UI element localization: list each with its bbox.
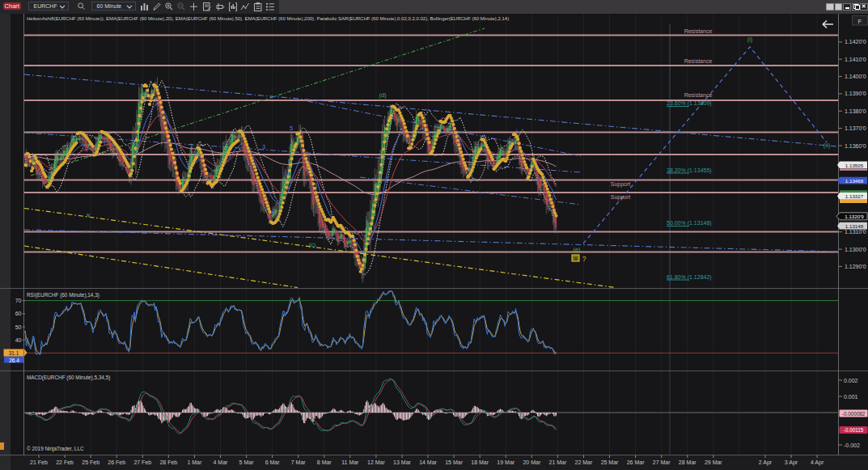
svg-text:28 Mar: 28 Mar [679, 459, 697, 465]
svg-text:?: ? [582, 255, 586, 263]
svg-text:14 Mar: 14 Mar [419, 459, 437, 465]
svg-text:18 Mar: 18 Mar [471, 459, 489, 465]
svg-text:-0.002: -0.002 [844, 442, 860, 448]
svg-text:-0.00115: -0.00115 [844, 427, 864, 433]
svg-text:1.13327: 1.13327 [845, 193, 864, 199]
svg-text:38.20% (1.13455): 38.20% (1.13455) [667, 167, 712, 174]
svg-text:31.1: 31.1 [9, 350, 19, 356]
svg-text:1.1370'0: 1.1370'0 [845, 125, 866, 131]
svg-text:1.1410'0: 1.1410'0 [845, 57, 866, 62]
svg-text:8 Mar: 8 Mar [317, 459, 332, 465]
svg-text:5 Mar: 5 Mar [239, 459, 255, 465]
svg-text:0.002: 0.002 [844, 378, 858, 383]
svg-text:1.1310'0: 1.1310'0 [845, 229, 866, 235]
svg-text:60: 60 [15, 311, 22, 316]
svg-text:Resistance: Resistance [684, 28, 713, 34]
svg-text:21 Feb: 21 Feb [30, 459, 48, 465]
svg-text:1.1320'9: 1.1320'9 [845, 214, 864, 219]
svg-text:0.001: 0.001 [844, 394, 858, 400]
svg-text:22 Mar: 22 Mar [575, 459, 593, 465]
svg-text:26 Feb: 26 Feb [108, 459, 125, 465]
svg-text:70: 70 [15, 298, 22, 303]
svg-text:2 Apr: 2 Apr [759, 459, 773, 466]
svg-text:27 Mar: 27 Mar [653, 459, 671, 465]
svg-text:12 Mar: 12 Mar [367, 459, 385, 465]
svg-text:Resistance: Resistance [684, 58, 713, 64]
svg-text:1.13468: 1.13468 [845, 178, 864, 184]
svg-text:HeikenAshi8(EURCHF (60 Minute): HeikenAshi8(EURCHF (60 Minute)), EMA(EUR… [27, 16, 509, 21]
svg-text:50: 50 [15, 324, 22, 330]
svg-text:1.1390'0: 1.1390'0 [845, 91, 866, 96]
svg-text:(ii): (ii) [824, 142, 831, 149]
svg-text:50.00% (1.13148): 50.00% (1.13148) [667, 220, 712, 227]
svg-text:a: a [574, 256, 578, 261]
svg-text:40: 40 [15, 337, 22, 343]
svg-text:5: 5 [290, 125, 293, 132]
svg-text:2: 2 [272, 207, 275, 214]
svg-text:Support: Support [611, 181, 631, 188]
svg-text:1.1420'0: 1.1420'0 [845, 39, 866, 44]
svg-text:23.60% (1.13809): 23.60% (1.13809) [667, 100, 712, 107]
svg-text:21 Mar: 21 Mar [549, 459, 567, 465]
svg-text:4: 4 [286, 171, 290, 178]
svg-text:v: v [87, 211, 90, 218]
svg-text:19 Mar: 19 Mar [497, 459, 514, 465]
svg-text:28 Feb: 28 Feb [159, 459, 177, 465]
svg-text:1.1380'0: 1.1380'0 [845, 108, 866, 114]
svg-text:7 Mar: 7 Mar [291, 459, 307, 465]
svg-text:1.1400'0: 1.1400'0 [845, 74, 866, 79]
svg-text:1.1360'0: 1.1360'0 [845, 143, 866, 149]
svg-text:13 Mar: 13 Mar [393, 459, 411, 465]
svg-text:1.1300'0: 1.1300'0 [845, 247, 866, 252]
svg-text:(i): (i) [747, 36, 753, 43]
svg-text:1: 1 [254, 163, 257, 170]
svg-text:(d): (d) [379, 91, 387, 99]
svg-text:1.13148: 1.13148 [845, 223, 864, 229]
svg-text:22 Feb: 22 Feb [56, 459, 74, 465]
svg-text:1.1290'0: 1.1290'0 [845, 264, 866, 269]
svg-text:3 Apr: 3 Apr [785, 459, 798, 466]
svg-text:25 Feb: 25 Feb [82, 459, 100, 465]
svg-text:4 Mar: 4 Mar [214, 459, 229, 465]
svg-text:20 Mar: 20 Mar [523, 459, 540, 465]
svg-text:15 Mar: 15 Mar [445, 459, 463, 465]
svg-text:3: 3 [262, 143, 265, 150]
svg-text:-0.000082: -0.000082 [842, 411, 866, 417]
svg-text:F: F [858, 18, 862, 25]
svg-text:(c): (c) [309, 241, 316, 248]
svg-text:27 Feb: 27 Feb [133, 459, 151, 465]
svg-text:MACD(EURCHF (60 Minute),5,34,5: MACD(EURCHF (60 Minute),5,34,5) [27, 375, 110, 381]
svg-text:26 Mar: 26 Mar [627, 459, 645, 465]
svg-text:25 Mar: 25 Mar [601, 459, 619, 465]
svg-text:61.80% (1.12842): 61.80% (1.12842) [667, 274, 712, 281]
svg-text:1.13505: 1.13505 [845, 163, 864, 168]
svg-text:© 2019 NinjaTrader, LLC: © 2019 NinjaTrader, LLC [27, 446, 84, 452]
svg-text:11 Mar: 11 Mar [341, 459, 359, 465]
svg-text:6 Mar: 6 Mar [265, 459, 281, 465]
svg-text:1 Mar: 1 Mar [187, 459, 202, 465]
svg-text:4 Apr: 4 Apr [811, 459, 824, 466]
svg-text:29 Mar: 29 Mar [705, 459, 722, 465]
svg-text:(e): (e) [573, 246, 581, 253]
svg-text:RSI(EURCHF (60 Minute),14,3): RSI(EURCHF (60 Minute),14,3) [27, 292, 100, 299]
svg-text:Resistance: Resistance [684, 92, 713, 98]
svg-text:26.4: 26.4 [9, 358, 19, 363]
svg-text:Support: Support [611, 194, 631, 201]
